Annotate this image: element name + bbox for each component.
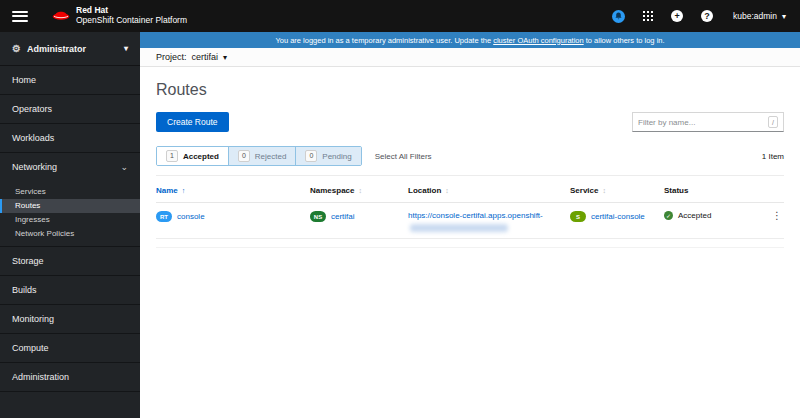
- notifications-icon[interactable]: [612, 10, 625, 23]
- chevron-down-icon: ⌄: [120, 153, 128, 182]
- select-all-filters[interactable]: Select All Filters: [375, 152, 432, 161]
- accepted-count-badge: 1: [166, 150, 178, 162]
- filter-row: 1 Accepted 0 Rejected 0 Pending Select A…: [156, 146, 784, 176]
- app-launcher-icon[interactable]: [643, 11, 654, 22]
- column-header-service[interactable]: Service ↕: [570, 186, 664, 195]
- sidebar-item-monitoring[interactable]: Monitoring: [0, 305, 140, 334]
- filter-by-name-input[interactable]: [638, 118, 768, 127]
- name-filter: /: [632, 112, 784, 132]
- networking-label: Networking: [12, 153, 57, 182]
- location-cell: https://console-certifai.apps.openshift-: [408, 211, 570, 232]
- column-header-location[interactable]: Location ↕: [408, 186, 570, 195]
- location-redacted-blur: [410, 224, 508, 232]
- route-link[interactable]: console: [177, 212, 205, 221]
- status-filter-group: 1 Accepted 0 Rejected 0 Pending: [156, 146, 362, 166]
- table-end-divider: [156, 239, 784, 248]
- table-header: Name ↑ Namespace ↕ Location ↕ Service ↕: [156, 176, 784, 203]
- column-header-namespace[interactable]: Namespace ↕: [310, 186, 408, 195]
- location-link[interactable]: https://console-certifai.apps.openshift-: [408, 211, 543, 220]
- service-link[interactable]: certifai-console: [591, 212, 645, 221]
- sort-icon: ↕: [602, 187, 606, 194]
- import-yaml-plus-icon[interactable]: +: [671, 10, 683, 22]
- create-route-button[interactable]: Create Route: [156, 112, 229, 132]
- banner-text-after: to allow others to log in.: [584, 36, 665, 45]
- temp-admin-banner: You are logged in as a temporary adminis…: [140, 32, 800, 48]
- hamburger-menu-icon[interactable]: [12, 11, 28, 22]
- gear-icon: ⚙: [12, 43, 21, 54]
- username: kube:admin: [733, 11, 777, 21]
- rejected-label: Rejected: [255, 152, 287, 161]
- page-title: Routes: [156, 81, 784, 99]
- service-badge: S: [570, 211, 586, 222]
- sidebar-item-networking[interactable]: Networking ⌄: [0, 153, 140, 182]
- keyboard-shortcut-hint: /: [768, 116, 778, 128]
- pending-count-badge: 0: [305, 150, 317, 162]
- project-selector[interactable]: Project: certifai ▾: [140, 48, 800, 67]
- table-row: RT console NS certifai https://console-c…: [156, 203, 784, 239]
- sort-asc-icon: ↑: [182, 187, 186, 194]
- cluster-oauth-link[interactable]: cluster OAuth configuration: [493, 36, 583, 45]
- user-menu[interactable]: kube:admin ▾: [733, 11, 786, 21]
- sidebar-item-routes[interactable]: Routes: [0, 199, 140, 213]
- routes-table: Name ↑ Namespace ↕ Location ↕ Service ↕: [156, 176, 784, 248]
- sort-icon: ↕: [358, 187, 362, 194]
- sidebar-item-home[interactable]: Home: [0, 66, 140, 95]
- networking-children: Services Routes Ingresses Network Polici…: [0, 182, 140, 247]
- sidebar-item-operators[interactable]: Operators: [0, 95, 140, 124]
- brand: Red Hat OpenShift Container Platform: [52, 6, 187, 26]
- perspective-label: Administrator: [27, 44, 86, 54]
- banner-text-before: You are logged in as a temporary adminis…: [275, 36, 493, 45]
- routes-page: Routes Create Route / 1 Accepted 0 Rejec: [140, 81, 800, 248]
- caret-down-icon: ▾: [223, 53, 227, 62]
- sidebar-item-workloads[interactable]: Workloads: [0, 124, 140, 153]
- toolbar: Create Route /: [156, 112, 784, 132]
- openshift-console: Red Hat OpenShift Container Platform + ?…: [0, 0, 800, 418]
- redhat-logo-icon: [52, 7, 70, 25]
- sidebar-item-network-policies[interactable]: Network Policies: [0, 227, 140, 241]
- filter-chip-accepted[interactable]: 1 Accepted: [157, 147, 229, 165]
- main-content: Project: certifai ▾ Routes Create Route …: [140, 48, 800, 418]
- item-count: 1 Item: [762, 152, 784, 161]
- row-kebab-menu[interactable]: ⋮: [764, 211, 790, 221]
- brand-line2: OpenShift Container Platform: [76, 16, 187, 26]
- column-header-status[interactable]: Status: [664, 186, 764, 195]
- namespace-cell: NS certifai: [310, 211, 408, 222]
- filter-chip-pending[interactable]: 0 Pending: [296, 147, 360, 165]
- sidebar-item-services[interactable]: Services: [0, 185, 140, 199]
- sidebar-item-administration[interactable]: Administration: [0, 363, 140, 392]
- status-cell: ✓ Accepted: [664, 211, 764, 220]
- route-badge: RT: [156, 211, 172, 222]
- filter-chip-rejected[interactable]: 0 Rejected: [229, 147, 296, 165]
- column-header-name[interactable]: Name ↑: [156, 186, 310, 195]
- project-label: Project:: [156, 52, 187, 62]
- sidebar-item-ingresses[interactable]: Ingresses: [0, 213, 140, 227]
- masthead-toolbar: + ? kube:admin ▾: [594, 10, 786, 23]
- brand-text: Red Hat OpenShift Container Platform: [76, 6, 187, 26]
- sidebar-nav: Home Operators Workloads Networking ⌄ Se…: [0, 66, 140, 392]
- rejected-count-badge: 0: [238, 150, 250, 162]
- namespace-badge: NS: [310, 211, 326, 222]
- perspective-switcher[interactable]: ⚙ Administrator ▾: [0, 32, 140, 66]
- sidebar-item-compute[interactable]: Compute: [0, 334, 140, 363]
- status-success-icon: ✓: [664, 211, 673, 220]
- masthead: Red Hat OpenShift Container Platform + ?…: [0, 0, 800, 32]
- status-label: Accepted: [678, 211, 711, 220]
- service-cell: S certifai-console: [570, 211, 664, 222]
- sidebar-item-storage[interactable]: Storage: [0, 247, 140, 276]
- pending-label: Pending: [322, 152, 351, 161]
- sidebar-item-builds[interactable]: Builds: [0, 276, 140, 305]
- sidebar: ⚙ Administrator ▾ Home Operators Workloa…: [0, 32, 140, 418]
- name-cell: RT console: [156, 211, 310, 222]
- help-icon[interactable]: ?: [701, 10, 713, 22]
- project-value: certifai: [192, 52, 219, 62]
- sort-icon: ↕: [445, 187, 449, 194]
- accepted-label: Accepted: [183, 152, 219, 161]
- caret-down-icon: ▾: [782, 12, 786, 21]
- namespace-link[interactable]: certifai: [331, 212, 355, 221]
- caret-down-icon: ▾: [124, 44, 128, 53]
